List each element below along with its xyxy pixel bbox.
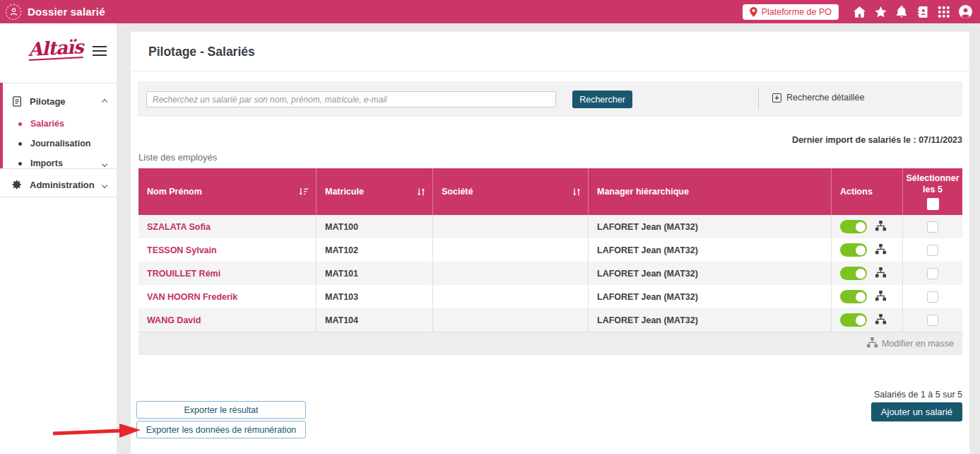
- row-select-checkbox[interactable]: [927, 221, 938, 233]
- societe-cell: [433, 262, 589, 285]
- table-row: VAN HOORN Frederik MAT103 LAFORET Jean (…: [138, 285, 962, 308]
- export-remuneration-button[interactable]: Exporter les données de rémunération: [136, 421, 306, 438]
- bullet-icon: [18, 162, 22, 165]
- matricule-cell: MAT104: [317, 308, 433, 332]
- matricule-cell: MAT102: [317, 238, 433, 262]
- gear-icon: [11, 180, 23, 190]
- search-button[interactable]: Rechercher: [572, 91, 632, 108]
- column-header-manager[interactable]: Manager hiérarchique: [589, 168, 832, 215]
- user-icon[interactable]: [955, 0, 976, 23]
- societe-cell: [433, 215, 589, 238]
- expand-plus-icon: +: [772, 93, 781, 103]
- last-import-date: Dernier import de salariés le : 07/11/20…: [792, 135, 962, 145]
- top-bar: Dossier salarié Plateforme de PO: [0, 0, 980, 23]
- sidebar-item-journalisation[interactable]: Journalisation: [0, 134, 117, 153]
- apps-grid-icon[interactable]: [933, 0, 955, 23]
- sidebar-item-label: Administration: [30, 180, 95, 190]
- app-logo-icon: [6, 4, 21, 20]
- sidebar-item-label: Pilotage: [30, 96, 66, 107]
- row-select-checkbox[interactable]: [927, 268, 938, 279]
- employee-list-label: Liste des employés: [138, 152, 217, 163]
- column-header-societe[interactable]: Société: [433, 168, 589, 215]
- search-input[interactable]: [146, 91, 556, 107]
- employee-name-link[interactable]: TROUILLET Rémi: [138, 262, 317, 285]
- document-icon: [11, 96, 23, 107]
- row-select-checkbox[interactable]: [927, 245, 938, 256]
- chevron-up-icon: [102, 96, 107, 107]
- app-title: Dossier salarié: [28, 6, 105, 18]
- row-select-checkbox[interactable]: [927, 291, 938, 303]
- column-header-matricule[interactable]: Matricule: [317, 168, 433, 215]
- sidebar-item-administration[interactable]: Administration: [0, 174, 117, 195]
- row-select-checkbox[interactable]: [927, 315, 938, 326]
- star-icon[interactable]: [870, 0, 891, 23]
- sidebar-subitem-label: Salariés: [30, 119, 64, 129]
- column-header-select: Sélectionner les 5: [903, 168, 962, 215]
- sidebar-subitem-label: Journalisation: [30, 139, 90, 149]
- detailed-search-toggle[interactable]: + Recherche détaillée: [772, 93, 865, 103]
- bullet-icon: [18, 122, 22, 126]
- sort-amount-icon[interactable]: [299, 187, 309, 197]
- chevron-down-icon: [102, 180, 107, 190]
- org-chart-icon[interactable]: [875, 291, 886, 303]
- export-result-button[interactable]: Exporter le résultat: [136, 401, 306, 419]
- sidebar-subitem-label: Imports: [30, 158, 63, 168]
- sidebar-item-imports[interactable]: Imports: [0, 153, 117, 173]
- active-toggle[interactable]: [840, 220, 867, 233]
- org-chart-icon[interactable]: [875, 267, 886, 280]
- location-pin-icon: [750, 7, 757, 17]
- platform-button[interactable]: Plateforme de PO: [743, 4, 839, 20]
- sidebar-item-pilotage[interactable]: Pilotage: [0, 91, 117, 112]
- org-chart-icon: [867, 337, 878, 350]
- main-content: Pilotage - Salariés Rechercher + Recherc…: [131, 32, 969, 454]
- add-employee-button[interactable]: Ajouter un salarié: [871, 402, 962, 421]
- active-toggle[interactable]: [840, 290, 867, 303]
- home-icon[interactable]: [849, 0, 870, 23]
- matricule-cell: MAT101: [317, 262, 433, 285]
- bell-icon[interactable]: [891, 0, 912, 23]
- matricule-cell: MAT103: [317, 285, 433, 308]
- employee-name-link[interactable]: WANG David: [138, 308, 317, 332]
- bullet-icon: [18, 142, 22, 146]
- org-chart-icon[interactable]: [875, 244, 886, 257]
- divider: [758, 88, 759, 110]
- sidebar-item-salaries[interactable]: Salariés: [0, 114, 117, 134]
- table-row: WANG David MAT104 LAFORET Jean (MAT32): [138, 308, 962, 332]
- active-toggle[interactable]: [840, 243, 867, 257]
- employee-name-link[interactable]: VAN HOORN Frederik: [138, 285, 317, 308]
- select-all-checkbox[interactable]: [927, 198, 939, 210]
- manager-cell: LAFORET Jean (MAT32): [589, 238, 832, 262]
- altays-logo: Altaïs: [28, 37, 83, 61]
- column-header-actions: Actions: [832, 168, 903, 215]
- societe-cell: [433, 285, 589, 308]
- chevron-down-icon: [102, 158, 107, 168]
- sort-arrows-icon[interactable]: [417, 187, 425, 197]
- employee-name-link[interactable]: TESSON Sylvain: [138, 238, 317, 262]
- org-chart-icon[interactable]: [875, 221, 886, 233]
- table-row: TESSON Sylvain MAT102 LAFORET Jean (MAT3…: [138, 238, 962, 262]
- societe-cell: [433, 238, 589, 262]
- column-header-name[interactable]: Nom Prénom: [138, 168, 317, 215]
- active-toggle[interactable]: [840, 313, 867, 327]
- sort-arrows-icon[interactable]: [572, 187, 581, 197]
- bulk-edit-label: Modifier en masse: [882, 339, 954, 349]
- page-title: Pilotage - Salariés: [148, 45, 255, 59]
- matricule-cell: MAT100: [317, 215, 433, 238]
- manager-cell: LAFORET Jean (MAT32): [589, 262, 832, 285]
- table-row: SZALATA Sofia MAT100 LAFORET Jean (MAT32…: [138, 215, 962, 238]
- sidebar: Altaïs Pilotage Salariés Journalisation …: [0, 23, 117, 454]
- manager-cell: LAFORET Jean (MAT32): [589, 285, 832, 308]
- manager-cell: LAFORET Jean (MAT32): [589, 308, 832, 332]
- bulk-edit-button[interactable]: Modifier en masse: [138, 332, 962, 355]
- search-section: Rechercher + Recherche détaillée: [138, 81, 962, 117]
- detailed-search-label: Recherche détaillée: [786, 93, 865, 103]
- employee-name-link[interactable]: SZALATA Sofia: [138, 215, 317, 238]
- address-book-icon[interactable]: [912, 0, 933, 23]
- platform-button-label: Plateforme de PO: [762, 7, 832, 17]
- org-chart-icon[interactable]: [875, 314, 886, 327]
- menu-toggle-icon[interactable]: [93, 43, 107, 59]
- table-header-row: Nom Prénom Matricule Société Manager hié…: [138, 168, 962, 215]
- societe-cell: [433, 308, 589, 332]
- table-row: TROUILLET Rémi MAT101 LAFORET Jean (MAT3…: [138, 262, 962, 285]
- active-toggle[interactable]: [840, 267, 867, 280]
